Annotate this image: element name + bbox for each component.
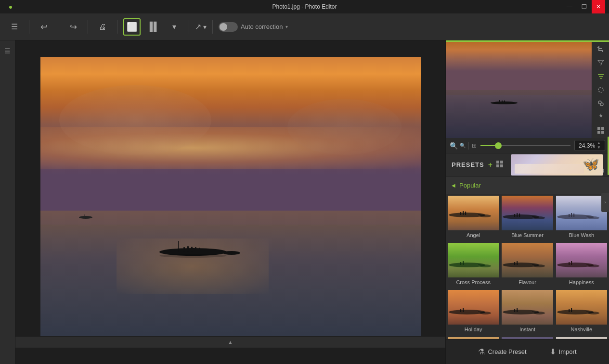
preset-label-blue-summer: Blue Summer <box>502 230 553 240</box>
preset-label-happiness: Happiness <box>556 277 607 287</box>
adjust-icon-btn[interactable] <box>594 73 608 80</box>
svg-point-78 <box>533 312 545 314</box>
presets-grid: Angel <box>446 194 609 339</box>
zoom-sep <box>468 142 469 150</box>
filter-icon-btn[interactable] <box>594 59 608 67</box>
effects-icon-btn[interactable] <box>594 113 608 121</box>
svg-rect-61 <box>556 243 607 277</box>
svg-rect-89 <box>556 337 607 339</box>
redo-button[interactable]: ↪ <box>65 18 82 36</box>
preset-item-cross-process[interactable]: Cross Process <box>447 242 500 288</box>
crop-icon-btn[interactable] <box>594 46 608 53</box>
preview-image <box>446 42 592 138</box>
svg-rect-26 <box>496 164 499 167</box>
popular-section: ◀ Popular <box>446 176 609 339</box>
zoom-out-icon[interactable]: 🔍 <box>450 142 458 150</box>
preset-item-blue-summer[interactable]: Blue Summer <box>501 195 554 241</box>
presets-section: PRESETS + 🦋 ◀ Popular <box>446 153 609 364</box>
share-dropdown-arrow: ▾ <box>203 23 207 31</box>
svg-rect-63 <box>569 262 570 265</box>
single-view-button[interactable]: ⬜ <box>123 18 141 36</box>
thumb-water <box>446 90 592 138</box>
chevron-down-icon: ▾ <box>172 22 176 31</box>
svg-point-34 <box>479 214 491 217</box>
close-button[interactable]: ✕ <box>592 0 605 13</box>
presets-grid-button[interactable] <box>496 161 503 169</box>
svg-rect-87 <box>502 337 553 339</box>
svg-point-48 <box>588 216 599 219</box>
menu-button[interactable]: ☰ <box>6 18 23 36</box>
fit-zoom-icon[interactable]: ⊞ <box>472 142 477 149</box>
svg-rect-2 <box>183 247 185 252</box>
import-button[interactable]: ⬇ Import <box>544 344 583 359</box>
preset-item-instant[interactable]: Instant <box>501 289 554 335</box>
preset-item-blue-wash[interactable]: Blue Wash <box>555 195 608 241</box>
svg-point-9 <box>159 254 227 258</box>
toolbar-sep-1 <box>29 20 29 34</box>
zoom-thumb <box>495 142 502 149</box>
preset-item-angel[interactable]: Angel <box>447 195 500 241</box>
svg-rect-30 <box>460 212 461 215</box>
cloud-1 <box>59 85 211 155</box>
zoom-slider[interactable] <box>480 145 570 146</box>
split-view-icon: ▐▌ <box>146 22 160 32</box>
app-icon: ● <box>4 0 17 13</box>
presets-banner: 🦋 <box>511 154 603 176</box>
auto-correction-toggle[interactable]: Auto correction ▾ <box>219 22 288 32</box>
minimize-button[interactable]: — <box>563 0 576 13</box>
svg-rect-38 <box>517 213 518 217</box>
presets-content[interactable]: ◀ Popular <box>446 176 609 339</box>
sidebar-menu-button[interactable]: ☰ <box>1 44 14 58</box>
grid-icon-btn[interactable] <box>594 126 608 134</box>
photo-canvas <box>40 57 421 336</box>
maximize-button[interactable]: ❐ <box>577 0 591 13</box>
presets-add-button[interactable]: + <box>488 161 492 169</box>
butterfly-decoration: 🦋 <box>583 156 599 172</box>
svg-rect-14 <box>502 100 503 103</box>
toolbar-sep-3 <box>88 20 88 34</box>
svg-point-66 <box>588 264 599 267</box>
svg-rect-25 <box>500 161 503 163</box>
svg-point-50 <box>449 263 485 267</box>
svg-rect-3 <box>187 246 189 252</box>
zoom-up-arrow[interactable]: ▲ <box>597 141 601 145</box>
canvas-collapse-arrow[interactable]: ▲ <box>228 339 233 345</box>
svg-point-41 <box>533 216 545 219</box>
svg-rect-51 <box>460 262 461 265</box>
zoom-value: 24.3% <box>579 142 595 149</box>
svg-point-54 <box>479 264 491 267</box>
preset-item-row4-2[interactable] <box>501 336 554 339</box>
preset-item-nashville[interactable]: Nashville <box>555 289 608 335</box>
right-panel: 🔍 🔍 ⊞ 24.3% ▲ ▼ PRESETS <box>445 40 609 364</box>
preset-item-row4-3[interactable] <box>555 336 608 339</box>
preset-item-holiday[interactable]: Holiday <box>447 289 500 335</box>
preset-item-flavour[interactable]: Flavour <box>501 242 554 288</box>
svg-point-56 <box>503 263 539 267</box>
presets-header: PRESETS + 🦋 <box>446 153 609 176</box>
view-options-button[interactable]: ▾ <box>166 18 183 36</box>
toolbar-sep-4 <box>117 20 117 34</box>
share-button[interactable]: ↗ ▾ <box>195 22 207 31</box>
preset-item-happiness[interactable]: Happiness <box>555 242 608 288</box>
preset-thumb-holiday <box>448 290 499 325</box>
zoom-in-icon[interactable]: 🔍 <box>460 143 466 148</box>
print-icon: 🖨 <box>99 23 106 31</box>
print-button[interactable]: 🖨 <box>94 18 111 36</box>
panel-expand-button[interactable]: › <box>601 193 609 212</box>
create-preset-button[interactable]: ⚗ Create Preset <box>472 344 532 359</box>
zoom-arrows: ▲ ▼ <box>597 141 601 150</box>
main-area: ☰ <box>0 40 609 364</box>
clone-icon-btn[interactable] <box>594 100 608 107</box>
popular-header[interactable]: ◀ Popular <box>446 176 609 194</box>
right-panel-icons <box>592 42 609 138</box>
main-toolbar: ☰ ↩ ↪ 🖨 ⬜ ▐▌ ▾ ↗ ▾ Auto correction ▾ <box>0 13 609 40</box>
split-view-button[interactable]: ▐▌ <box>144 18 162 36</box>
undo-button[interactable]: ↩ <box>35 18 52 36</box>
svg-rect-45 <box>571 213 572 217</box>
zoom-down-arrow[interactable]: ▼ <box>597 146 601 150</box>
preset-item-row4-1[interactable] <box>447 336 500 339</box>
svg-point-72 <box>479 312 491 314</box>
popular-collapse-arrow: ◀ <box>452 183 455 188</box>
share-icon: ↗ <box>195 22 201 31</box>
lasso-icon-btn[interactable] <box>594 86 608 94</box>
